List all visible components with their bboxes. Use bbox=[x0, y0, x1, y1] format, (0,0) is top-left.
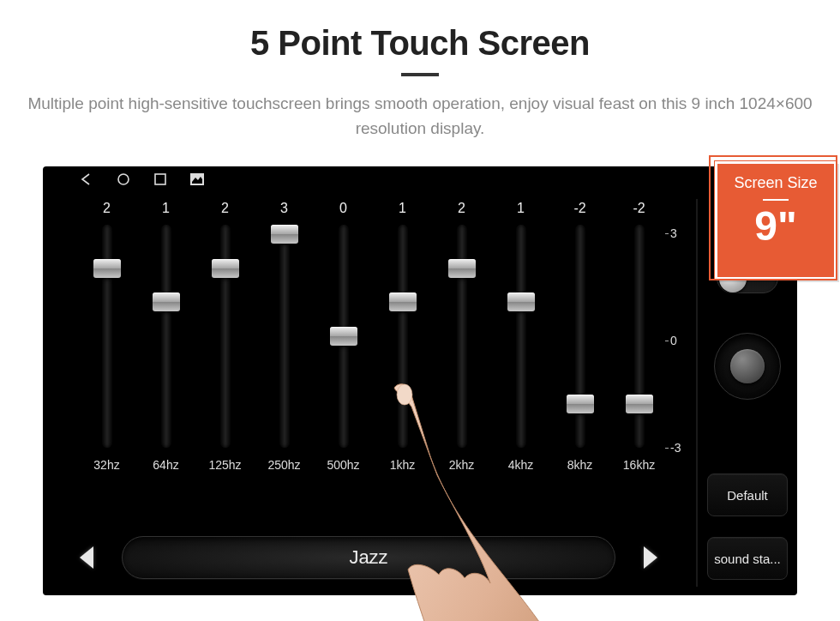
eq-band-32hz: 232hz bbox=[77, 201, 136, 484]
eq-scale-min: -3 bbox=[670, 441, 691, 455]
hero-underline bbox=[401, 73, 439, 76]
eq-slider-knob[interactable] bbox=[507, 292, 535, 311]
eq-slider-knob[interactable] bbox=[389, 292, 417, 311]
eq-band-value: -2 bbox=[633, 201, 645, 221]
badge-divider bbox=[763, 199, 789, 201]
equalizer-area: 232hz164hz2125hz3250hz0500hz11khz22khz14… bbox=[69, 201, 669, 578]
eq-slider[interactable] bbox=[516, 225, 526, 448]
equalizer-sliders: 232hz164hz2125hz3250hz0500hz11khz22khz14… bbox=[69, 201, 669, 484]
svg-point-0 bbox=[118, 174, 129, 184]
eq-band-freq: 32hz bbox=[93, 458, 119, 472]
eq-band-value: 2 bbox=[458, 201, 465, 221]
gallery-icon[interactable] bbox=[190, 173, 204, 189]
eq-slider[interactable] bbox=[220, 225, 231, 448]
eq-slider[interactable] bbox=[339, 225, 349, 448]
eq-band-value: 0 bbox=[339, 201, 347, 221]
eq-band-64hz: 164hz bbox=[136, 201, 195, 484]
eq-band-freq: 8khz bbox=[567, 458, 593, 472]
eq-slider-knob[interactable] bbox=[567, 395, 594, 413]
eq-band-250hz: 3250hz bbox=[255, 201, 314, 484]
device-screen: 232hz164hz2125hz3250hz0500hz11khz22khz14… bbox=[43, 166, 797, 595]
eq-slider-knob[interactable] bbox=[212, 259, 239, 278]
eq-band-16khz: -216khz bbox=[609, 201, 669, 484]
eq-band-value: 2 bbox=[103, 201, 111, 221]
prev-preset-button[interactable] bbox=[69, 539, 106, 576]
badge-label: Screen Size bbox=[717, 174, 834, 192]
badge-value: 9" bbox=[717, 206, 834, 247]
eq-band-value: 1 bbox=[162, 201, 170, 221]
eq-slider-knob[interactable] bbox=[330, 327, 357, 346]
eq-band-8khz: -28khz bbox=[550, 201, 609, 484]
eq-band-value: 2 bbox=[221, 201, 229, 221]
device-screenshot: 232hz164hz2125hz3250hz0500hz11khz22khz14… bbox=[43, 166, 797, 595]
eq-band-freq: 2khz bbox=[449, 458, 475, 472]
back-icon[interactable] bbox=[79, 172, 93, 190]
eq-slider-knob[interactable] bbox=[271, 225, 298, 244]
svg-rect-1 bbox=[155, 174, 165, 184]
eq-slider[interactable] bbox=[457, 225, 467, 448]
eq-scale: 3 0 -3 bbox=[670, 226, 691, 455]
eq-band-freq: 1khz bbox=[390, 458, 416, 472]
default-button[interactable]: Default bbox=[707, 473, 788, 516]
eq-band-500hz: 0500hz bbox=[314, 201, 373, 484]
eq-slider[interactable] bbox=[102, 225, 112, 448]
eq-band-freq: 250hz bbox=[267, 458, 300, 472]
eq-slider[interactable] bbox=[575, 225, 585, 448]
eq-band-freq: 64hz bbox=[153, 458, 178, 472]
hero-title: 5 Point Touch Screen bbox=[0, 24, 840, 63]
eq-slider[interactable] bbox=[634, 225, 645, 448]
preset-name[interactable]: Jazz bbox=[122, 536, 615, 579]
android-nav-bar bbox=[43, 166, 797, 196]
eq-scale-mid: 0 bbox=[670, 334, 691, 347]
eq-band-1khz: 11khz bbox=[373, 201, 432, 484]
eq-band-freq: 500hz bbox=[327, 458, 359, 472]
preset-row: Jazz bbox=[69, 532, 669, 583]
dial-knob bbox=[730, 349, 765, 383]
eq-slider[interactable] bbox=[279, 225, 290, 448]
next-preset-button[interactable] bbox=[631, 539, 669, 576]
eq-scale-max: 3 bbox=[670, 226, 691, 240]
recent-icon[interactable] bbox=[154, 173, 166, 189]
home-icon[interactable] bbox=[117, 172, 130, 190]
eq-slider-knob[interactable] bbox=[153, 292, 180, 311]
eq-band-freq: 16khz bbox=[623, 458, 655, 472]
eq-band-freq: 125hz bbox=[208, 458, 241, 472]
eq-slider-knob[interactable] bbox=[448, 259, 476, 278]
eq-band-freq: 4khz bbox=[508, 458, 534, 472]
eq-band-value: -2 bbox=[573, 201, 585, 221]
eq-band-value: 3 bbox=[280, 201, 288, 221]
eq-slider-knob[interactable] bbox=[93, 259, 121, 278]
eq-band-125hz: 2125hz bbox=[195, 201, 255, 484]
eq-band-2khz: 22khz bbox=[432, 201, 491, 484]
screen-size-badge: Screen Size 9" bbox=[715, 161, 837, 280]
eq-band-value: 1 bbox=[399, 201, 406, 221]
sound-stage-button[interactable]: sound sta... bbox=[707, 537, 788, 580]
eq-slider[interactable] bbox=[161, 225, 171, 448]
eq-slider[interactable] bbox=[398, 225, 408, 448]
hero-description: Multiple point high-sensitive touchscree… bbox=[26, 92, 814, 141]
eq-slider-knob[interactable] bbox=[626, 395, 653, 413]
eq-band-value: 1 bbox=[517, 201, 525, 221]
balance-dial[interactable] bbox=[714, 333, 781, 400]
eq-band-4khz: 14khz bbox=[491, 201, 550, 484]
